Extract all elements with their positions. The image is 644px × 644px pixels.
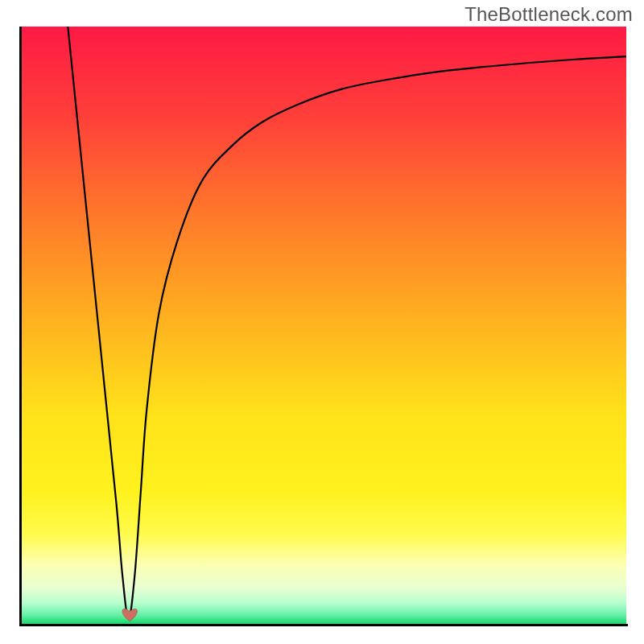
x-axis xyxy=(19,624,628,626)
y-axis xyxy=(19,27,22,626)
watermark-text: TheBottleneck.com xyxy=(464,3,633,26)
heart-icon xyxy=(122,609,138,621)
curve-layer xyxy=(19,27,626,624)
minimum-marker xyxy=(122,609,138,621)
bottleneck-curve xyxy=(68,27,626,618)
chart-container: TheBottleneck.com xyxy=(0,0,644,644)
